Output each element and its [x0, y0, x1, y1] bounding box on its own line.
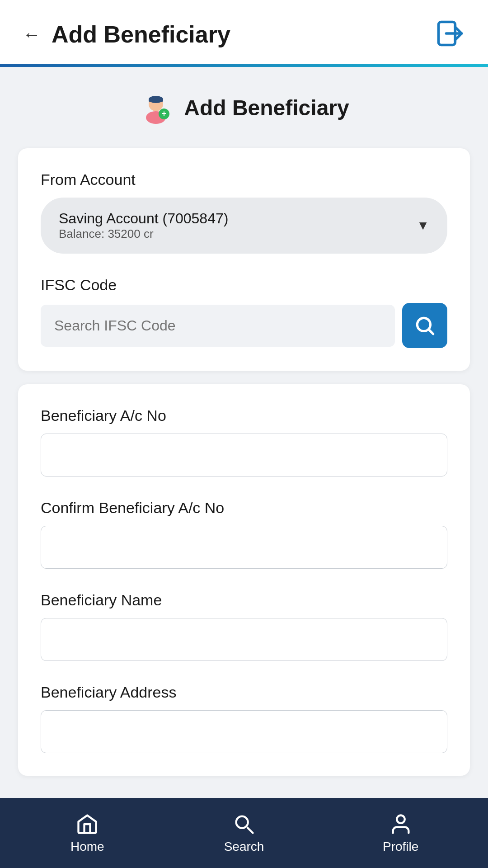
back-button[interactable]: ←	[23, 24, 41, 45]
beneficiary-name-group: Beneficiary Name	[41, 591, 447, 661]
svg-line-11	[248, 827, 253, 833]
svg-line-9	[429, 330, 433, 334]
confirm-acno-group: Confirm Beneficiary A/c No	[41, 499, 447, 569]
chevron-down-icon: ▼	[417, 218, 429, 233]
header: ← Add Beneficiary	[0, 0, 488, 64]
home-icon	[75, 812, 99, 836]
from-account-label: From Account	[41, 171, 447, 189]
account-select-text: Saving Account (7005847) Balance: 35200 …	[59, 210, 228, 241]
search-nav-icon	[232, 812, 256, 836]
svg-rect-5	[149, 99, 163, 102]
page-subtitle-text: Add Beneficiary	[184, 95, 349, 120]
svg-point-12	[397, 815, 404, 823]
page-title: Add Beneficiary	[52, 21, 230, 48]
page-content: + Add Beneficiary From Account Saving Ac…	[0, 67, 488, 863]
ifsc-input[interactable]	[41, 305, 395, 347]
account-select[interactable]: Saving Account (7005847) Balance: 35200 …	[41, 198, 447, 254]
beneficiary-address-group: Beneficiary Address	[41, 684, 447, 753]
add-beneficiary-icon: +	[139, 90, 175, 126]
svg-point-10	[236, 816, 248, 828]
beneficiary-acno-group: Beneficiary A/c No	[41, 407, 447, 476]
account-balance: Balance: 35200 cr	[59, 227, 228, 241]
nav-home-label: Home	[70, 840, 104, 854]
bottom-nav: Home Search Profile	[0, 798, 488, 868]
from-account-group: From Account Saving Account (7005847) Ba…	[41, 171, 447, 254]
account-ifsc-card: From Account Saving Account (7005847) Ba…	[18, 148, 470, 371]
confirm-acno-label: Confirm Beneficiary A/c No	[41, 499, 447, 517]
nav-profile-label: Profile	[383, 840, 418, 854]
confirm-acno-input[interactable]	[41, 526, 447, 569]
beneficiary-fields-card: Beneficiary A/c No Confirm Beneficiary A…	[18, 384, 470, 776]
account-name: Saving Account (7005847)	[59, 210, 228, 226]
nav-item-home[interactable]: Home	[9, 812, 166, 854]
beneficiary-address-input[interactable]	[41, 710, 447, 753]
beneficiary-address-label: Beneficiary Address	[41, 684, 447, 701]
ifsc-label: IFSC Code	[41, 276, 447, 294]
nav-item-search[interactable]: Search	[166, 812, 323, 854]
beneficiary-name-input[interactable]	[41, 618, 447, 661]
beneficiary-acno-input[interactable]	[41, 434, 447, 476]
nav-search-label: Search	[224, 840, 264, 854]
page-subtitle-area: + Add Beneficiary	[18, 90, 470, 126]
beneficiary-name-label: Beneficiary Name	[41, 591, 447, 609]
header-left: ← Add Beneficiary	[23, 21, 230, 48]
profile-nav-icon	[389, 812, 413, 836]
ifsc-group: IFSC Code	[41, 276, 447, 348]
nav-item-profile[interactable]: Profile	[322, 812, 479, 854]
beneficiary-acno-label: Beneficiary A/c No	[41, 407, 447, 425]
svg-text:+: +	[162, 109, 167, 118]
ifsc-search-button[interactable]	[402, 303, 447, 348]
logout-icon[interactable]	[435, 18, 465, 51]
search-icon	[413, 314, 436, 337]
ifsc-row	[41, 303, 447, 348]
